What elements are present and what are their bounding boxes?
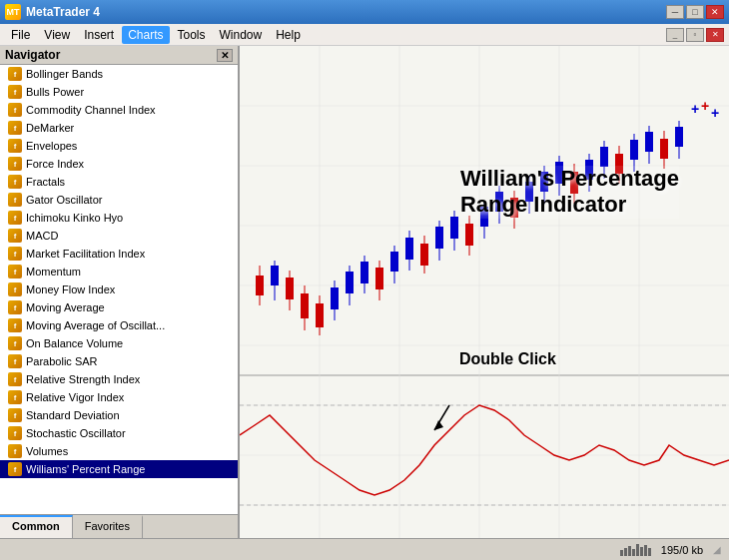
svg-rect-32 (375, 268, 383, 289)
svg-rect-48 (495, 192, 503, 212)
status-bar: 195/0 kb ◢ (0, 538, 729, 560)
navigator-list: fBollinger BandsfBulls PowerfCommodity C… (0, 65, 238, 514)
nav-item-icon: f (8, 408, 22, 422)
svg-rect-56 (555, 162, 563, 184)
nav-item[interactable]: fParabolic SAR (0, 352, 238, 370)
inner-restore-button[interactable]: ▫ (686, 28, 704, 42)
title-bar-controls: ─ □ ✕ (666, 5, 724, 19)
svg-rect-24 (316, 303, 324, 327)
nav-item-icon: f (8, 462, 22, 476)
chart-svg: + + + (240, 46, 729, 538)
nav-item[interactable]: fRelative Strength Index (0, 370, 238, 388)
nav-item-label: Bulls Power (26, 86, 84, 98)
inner-close-button[interactable]: ✕ (706, 28, 724, 42)
nav-item-icon: f (8, 336, 22, 350)
nav-item-label: Stochastic Oscillator (26, 427, 126, 439)
nav-item[interactable]: fDeMarker (0, 119, 238, 137)
bars-icon (620, 544, 651, 556)
nav-item[interactable]: fFractals (0, 173, 238, 191)
svg-rect-46 (480, 207, 488, 227)
nav-item[interactable]: fCommodity Channel Index (0, 101, 238, 119)
maximize-button[interactable]: □ (686, 5, 704, 19)
menu-item-help[interactable]: Help (270, 26, 307, 44)
nav-item-icon: f (8, 247, 22, 261)
nav-item-label: Gator Oscillator (26, 194, 102, 206)
nav-item-label: Ichimoku Kinko Hyo (26, 212, 123, 224)
menu-item-charts[interactable]: Charts (122, 26, 169, 44)
nav-item-icon: f (8, 139, 22, 153)
menu-item-tools[interactable]: Tools (172, 26, 212, 44)
menu-item-file[interactable]: File (5, 26, 36, 44)
nav-item[interactable]: fEnvelopes (0, 137, 238, 155)
nav-item-label: Bollinger Bands (26, 68, 103, 80)
svg-rect-60 (585, 160, 593, 180)
svg-rect-18 (271, 266, 279, 285)
nav-item[interactable]: fMoving Average of Oscillat... (0, 316, 238, 334)
nav-item[interactable]: fRelative Vigor Index (0, 388, 238, 406)
nav-item-icon: f (8, 121, 22, 135)
nav-item[interactable]: fStochastic Oscillator (0, 424, 238, 442)
nav-item-label: MACD (26, 230, 58, 242)
title-bar: MT MetaTrader 4 ─ □ ✕ (0, 0, 729, 24)
svg-rect-36 (405, 238, 413, 260)
inner-minimize-button[interactable]: _ (666, 28, 684, 42)
svg-rect-20 (286, 278, 294, 299)
svg-rect-58 (570, 172, 578, 194)
navigator-title: Navigator (5, 48, 60, 62)
nav-item[interactable]: fMACD (0, 227, 238, 245)
menu-items: FileViewInsertChartsToolsWindowHelp (5, 26, 307, 44)
title-bar-left: MT MetaTrader 4 (5, 4, 100, 20)
nav-item-label: Fractals (26, 176, 65, 188)
nav-item[interactable]: fOn Balance Volume (0, 334, 238, 352)
nav-item[interactable]: fVolumes (0, 442, 238, 460)
chart-area[interactable]: + + + William's PercentageRange Indicato… (240, 46, 729, 538)
nav-item-label: Standard Deviation (26, 409, 120, 421)
navigator-close-button[interactable]: ✕ (217, 49, 233, 62)
nav-item[interactable]: fIchimoku Kinko Hyo (0, 209, 238, 227)
nav-item[interactable]: fWilliams' Percent Range (0, 460, 238, 478)
close-button[interactable]: ✕ (706, 5, 724, 19)
nav-item-icon: f (8, 282, 22, 296)
svg-rect-44 (465, 224, 473, 246)
menu-item-view[interactable]: View (38, 26, 76, 44)
nav-item[interactable]: fMoney Flow Index (0, 280, 238, 298)
svg-rect-64 (615, 154, 623, 174)
menu-item-window[interactable]: Window (214, 26, 269, 44)
nav-item-icon: f (8, 354, 22, 368)
nav-item[interactable]: fMoving Average (0, 298, 238, 316)
nav-item-label: Parabolic SAR (26, 355, 98, 367)
nav-tab-common[interactable]: Common (0, 515, 73, 538)
minimize-button[interactable]: ─ (666, 5, 684, 19)
svg-rect-34 (390, 252, 398, 272)
nav-item-icon: f (8, 265, 22, 279)
nav-item-icon: f (8, 372, 22, 386)
nav-item-label: Momentum (26, 266, 81, 278)
svg-rect-26 (331, 287, 339, 309)
svg-rect-54 (540, 172, 548, 192)
menu-item-insert[interactable]: Insert (78, 26, 120, 44)
nav-item[interactable]: fMarket Facilitation Index (0, 245, 238, 263)
nav-item[interactable]: fBollinger Bands (0, 65, 238, 83)
svg-text:+: + (711, 105, 719, 121)
nav-item[interactable]: fMomentum (0, 263, 238, 280)
nav-item[interactable]: fGator Oscillator (0, 191, 238, 209)
nav-item-label: DeMarker (26, 122, 74, 134)
svg-rect-68 (645, 132, 653, 152)
nav-item[interactable]: fBulls Power (0, 83, 238, 101)
nav-tab-favorites[interactable]: Favorites (73, 515, 143, 538)
nav-item-icon: f (8, 426, 22, 440)
nav-item-label: Moving Average of Oscillat... (26, 319, 165, 331)
svg-rect-50 (510, 198, 518, 218)
nav-item[interactable]: fStandard Deviation (0, 406, 238, 424)
resize-icon: ◢ (713, 544, 721, 555)
svg-rect-52 (525, 182, 533, 202)
app-title: MetaTrader 4 (26, 5, 100, 19)
svg-rect-16 (256, 276, 264, 295)
nav-item-label: Volumes (26, 445, 68, 457)
menu-bar: FileViewInsertChartsToolsWindowHelp _ ▫ … (0, 24, 729, 46)
svg-rect-28 (346, 272, 354, 293)
navigator-panel: Navigator ✕ fBollinger BandsfBulls Power… (0, 46, 240, 538)
nav-item[interactable]: fForce Index (0, 155, 238, 173)
svg-text:+: + (701, 98, 709, 114)
navigator-tabs: CommonFavorites (0, 514, 238, 538)
